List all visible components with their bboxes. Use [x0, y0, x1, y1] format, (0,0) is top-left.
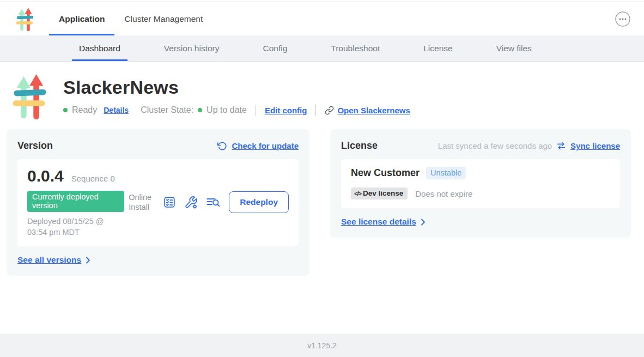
tab-application-label: Application	[59, 14, 105, 24]
wrench-gear-icon	[184, 196, 198, 209]
dashboard-cards: Version Check for update 0.0.4 Sequence …	[0, 119, 644, 276]
console-version: v1.125.2	[307, 341, 337, 350]
subnav-view-files-label: View files	[496, 44, 532, 53]
rotate-ccw-icon	[217, 141, 227, 151]
divider	[256, 105, 256, 116]
subnav-tab-view-files[interactable]: View files	[496, 35, 532, 61]
app-status-row: Ready Details Cluster State: Up to date …	[63, 105, 410, 116]
deployed-status-badge: Currently deployed version	[27, 191, 124, 212]
more-options-button[interactable]	[615, 11, 631, 27]
see-all-versions-label: See all versions	[17, 255, 81, 265]
current-version-panel: 0.0.4 Sequence 0 Currently deployed vers…	[17, 159, 299, 246]
cluster-state-value: Up to date	[206, 105, 247, 115]
sequence-label: Sequence 0	[71, 174, 115, 183]
primary-header: Application Cluster Management	[0, 2, 644, 35]
lines-magnifier-icon	[206, 196, 221, 209]
tab-cluster-management[interactable]: Cluster Management	[114, 2, 212, 35]
subnav-version-history-label: Version history	[164, 44, 220, 53]
subnav-tab-dashboard[interactable]: Dashboard	[79, 35, 120, 61]
ellipsis-circle-icon	[615, 11, 631, 27]
code-icon: </>	[354, 190, 361, 197]
subnav-tab-version-history[interactable]: Version history	[164, 35, 220, 61]
sync-license-link[interactable]: Sync license	[556, 141, 620, 150]
subnav-dashboard-label: Dashboard	[79, 44, 120, 53]
cluster-state-label: Cluster State:	[141, 105, 193, 115]
swap-arrows-icon	[556, 141, 566, 150]
primary-nav: Application Cluster Management	[49, 2, 212, 35]
license-card-title: License	[341, 140, 378, 152]
app-logo-icon	[15, 7, 35, 31]
app-status-dot-icon	[63, 108, 68, 112]
license-card: License Last synced a few seconds ago Sy…	[330, 129, 631, 238]
redeploy-button[interactable]: Redeploy	[229, 191, 289, 213]
app-header: SlackerNews Ready Details Cluster State:…	[0, 62, 644, 119]
app-logo-large-icon	[13, 72, 47, 119]
subnav-tab-license[interactable]: License	[423, 35, 452, 61]
edit-config-button[interactable]	[184, 196, 198, 209]
chevron-right-icon	[86, 257, 90, 264]
preflight-checks-button[interactable]	[163, 196, 176, 209]
version-card-title: Version	[17, 140, 53, 152]
last-synced-label: Last synced a few seconds ago	[438, 141, 552, 150]
subnav-config-label: Config	[263, 44, 288, 53]
open-app-label: Open Slackernews	[337, 106, 410, 115]
license-type-badge: </> Dev license	[351, 187, 408, 199]
license-type-label: Dev license	[363, 189, 403, 197]
version-number: 0.0.4	[27, 167, 64, 185]
customer-name: New Customer	[351, 167, 420, 179]
subnav-tab-troubleshoot[interactable]: Troubleshoot	[331, 35, 380, 61]
chevron-right-icon	[421, 219, 426, 226]
app-status-label: Ready	[72, 105, 97, 115]
app-subnav: Dashboard Version history Config Trouble…	[0, 35, 644, 62]
chain-link-icon	[325, 106, 334, 115]
cluster-state-dot-icon	[198, 108, 202, 112]
check-for-update-link[interactable]: Check for update	[217, 141, 299, 151]
license-detail-panel: New Customer Unstable </> Dev license Do…	[341, 159, 620, 208]
edit-config-link[interactable]: Edit config	[265, 106, 307, 115]
checklist-icon	[163, 196, 176, 209]
see-all-versions-link[interactable]: See all versions	[17, 255, 299, 265]
version-card: Version Check for update 0.0.4 Sequence …	[7, 129, 309, 276]
divider	[315, 105, 316, 116]
status-details-link[interactable]: Details	[104, 106, 129, 114]
admin-console-page: Application Cluster Management Dashboard…	[0, 0, 644, 357]
subnav-troubleshoot-label: Troubleshoot	[331, 44, 380, 53]
channel-badge: Unstable	[426, 167, 466, 179]
subnav-license-label: License	[423, 44, 452, 53]
view-logs-button[interactable]	[206, 196, 221, 209]
see-license-details-link[interactable]: See license details	[341, 217, 620, 227]
console-footer: v1.125.2	[0, 334, 644, 357]
tab-cluster-management-label: Cluster Management	[124, 14, 203, 24]
subnav-tab-config[interactable]: Config	[263, 35, 288, 61]
install-type-label: Online Install	[129, 192, 155, 212]
license-expiry: Does not expire	[415, 189, 472, 198]
see-license-details-label: See license details	[341, 217, 416, 227]
sync-license-label: Sync license	[570, 141, 620, 150]
check-for-update-label: Check for update	[232, 141, 299, 150]
tab-application[interactable]: Application	[49, 2, 114, 35]
open-app-link[interactable]: Open Slackernews	[325, 106, 410, 115]
page-title: SlackerNews	[63, 77, 410, 98]
deployed-timestamp: Deployed 08/15/25 @ 03:54 pm MDT	[27, 216, 124, 238]
